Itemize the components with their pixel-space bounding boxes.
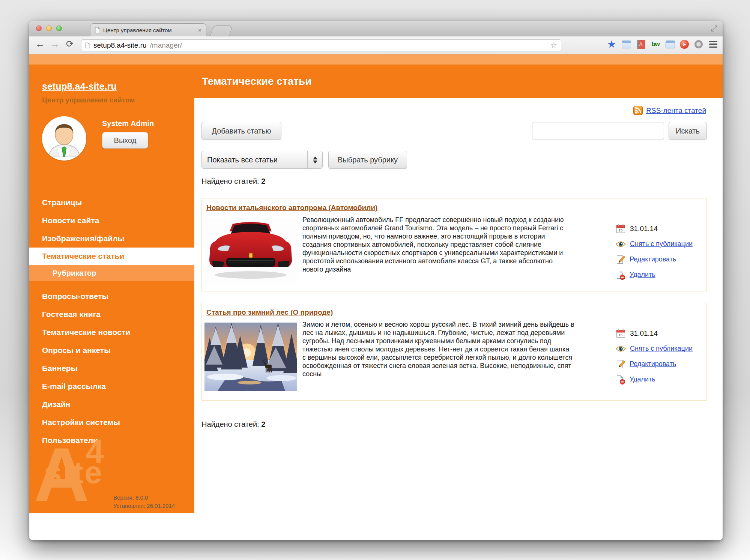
article-card: Новости итальянского автопрома (Автомоби… <box>201 198 707 291</box>
edit-row: Редактировать <box>616 252 706 267</box>
unpublish-link[interactable]: Снять с публикации <box>630 345 693 353</box>
sidebar-item-polls[interactable]: Опросы и анкеты <box>29 341 194 359</box>
edit-pencil-icon <box>616 359 625 369</box>
sidebar-item-images-files[interactable]: Изображения/файлы <box>29 230 194 248</box>
article-date-row: 15 31.01.14 <box>616 221 706 236</box>
sidebar-item-site-news[interactable]: Новости сайта <box>29 212 194 230</box>
article-date: 31.01.14 <box>630 329 658 338</box>
ring-extension-icon[interactable] <box>694 39 703 49</box>
svg-text:15: 15 <box>618 228 622 232</box>
article-card: Статья про зимний лес (О природе) <box>201 303 707 401</box>
main-content: RSS-лента статей Добавить статью Искать … <box>194 98 723 540</box>
tab-close-icon[interactable]: × <box>198 27 201 33</box>
search-button[interactable]: Искать <box>669 122 707 140</box>
rss-row: RSS-лента статей <box>633 106 706 115</box>
found-count-value: 2 <box>261 177 265 185</box>
sidebar-item-questions-answers[interactable]: Вопросы-ответы <box>29 287 194 305</box>
minimize-window-button[interactable] <box>46 26 52 31</box>
sidebar-item-thematic-news[interactable]: Тематические новости <box>29 323 194 341</box>
extension-icons: ★ A bw ➤ <box>607 39 718 49</box>
sidebar-item-banners[interactable]: Баннеры <box>29 359 194 377</box>
sidebar: setup8.a4-site.ru Центр управления сайто… <box>29 65 194 513</box>
back-button[interactable]: ← <box>35 39 45 50</box>
sidebar-item-system-settings[interactable]: Настройки системы <box>29 413 194 431</box>
installed-line: Установлен: 26.01.2014 <box>113 502 175 510</box>
delete-page-icon <box>616 375 625 384</box>
articles-filter-select[interactable]: Показать все статьи <box>201 151 323 169</box>
article-excerpt: Революционный автомобиль FF предлагает с… <box>302 216 574 273</box>
person-icon <box>42 116 86 161</box>
edit-link[interactable]: Редактировать <box>630 255 676 263</box>
sidebar-item-guestbook[interactable]: Гостевая книга <box>29 305 194 323</box>
a4-site-logo: A4 site <box>34 436 105 488</box>
url-host: setup8.a4-site.ru <box>93 41 147 50</box>
choose-rubric-button[interactable]: Выбрать рубрику <box>328 151 407 169</box>
page-icon <box>95 27 100 33</box>
new-tab-button[interactable] <box>210 26 233 36</box>
edit-row: Редактировать <box>616 356 706 372</box>
article-image-winter-forest <box>204 323 297 392</box>
window-controls <box>36 26 62 31</box>
sidebar-item-thematic-articles[interactable]: Тематические статьи <box>29 248 194 265</box>
reload-button[interactable]: ⟳ <box>66 39 74 49</box>
article-date: 31.01.14 <box>630 225 658 233</box>
article-title-link[interactable]: Статья про зимний лес (О природе) <box>206 308 333 317</box>
site-subtitle: Центр управления сайтом <box>42 96 135 104</box>
unpublish-row: Снять с публикации <box>616 236 706 252</box>
red-orb-extension-icon[interactable]: ➤ <box>680 40 689 49</box>
article-actions: 15 31.01.14 Снять с публикации <box>616 221 706 282</box>
article-date-row: 15 31.01.14 <box>616 326 706 341</box>
eye-icon <box>616 345 626 352</box>
browser-tab[interactable]: Центр управления сайтом × <box>90 23 206 36</box>
bookmarks-extension-icon[interactable]: ★ <box>607 39 616 49</box>
rss-icon[interactable] <box>633 106 643 115</box>
calendar-icon: 15 <box>616 328 626 338</box>
search-input[interactable] <box>532 122 664 140</box>
eye-icon <box>616 241 626 248</box>
forward-button[interactable]: → <box>50 39 60 50</box>
browser-window: Центр управления сайтом × ⤢ ← → ⟳ setup8… <box>29 21 723 540</box>
page-title: Тематические статьи <box>202 75 311 87</box>
article-actions: 15 31.01.14 Снять с публикации <box>616 326 706 387</box>
cms-page: setup8.a4-site.ru Центр управления сайто… <box>29 54 723 540</box>
svg-text:15: 15 <box>618 333 622 337</box>
unpublish-row: Снять с публикации <box>616 341 706 356</box>
sidebar-item-design[interactable]: Дизайн <box>29 395 194 413</box>
site-title-link[interactable]: setup8.a4-site.ru <box>42 81 117 92</box>
edit-pencil-icon <box>616 255 625 264</box>
bw-extension-icon[interactable]: bw <box>651 39 660 49</box>
window-extension-icon[interactable] <box>621 39 631 49</box>
delete-link[interactable]: Удалить <box>630 271 655 279</box>
top-orange-strip <box>29 54 723 65</box>
fullscreen-arrows-icon[interactable]: ⤢ <box>711 24 717 33</box>
sidebar-item-pages[interactable]: Страницы <box>29 194 194 212</box>
calendar-icon: 15 <box>616 224 626 234</box>
delete-page-icon <box>616 270 625 280</box>
user-avatar <box>42 116 86 161</box>
url-path: /manager/ <box>150 41 182 50</box>
logout-button[interactable]: Выход <box>102 132 148 149</box>
unpublish-link[interactable]: Снять с публикации <box>630 240 693 248</box>
article-excerpt: Зимою и летом, осенью и весною хорош рус… <box>302 320 574 378</box>
rss-feed-link[interactable]: RSS-лента статей <box>646 107 706 115</box>
sidebar-item-rubricator[interactable]: Рубрикатор <box>29 265 194 281</box>
add-article-button[interactable]: Добавить статью <box>201 122 281 140</box>
article-title-link[interactable]: Новости итальянского автопрома (Автомоби… <box>206 204 377 212</box>
bookmark-star-icon[interactable]: ☆ <box>550 41 557 50</box>
address-bar[interactable]: setup8.a4-site.ru/manager/ ☆ <box>81 39 561 51</box>
article-image-ferrari <box>204 218 297 285</box>
edit-link[interactable]: Редактировать <box>630 360 676 368</box>
delete-row: Удалить <box>616 372 706 387</box>
version-line: Версия: 8.0.0 <box>113 494 175 502</box>
delete-link[interactable]: Удалить <box>630 375 655 383</box>
chrome-menu-icon[interactable] <box>708 39 718 49</box>
found-count-top: Найдено статей: 2 <box>201 177 265 186</box>
page-icon <box>85 42 90 48</box>
zoom-window-button[interactable] <box>56 26 62 31</box>
browser-window-extension-icon[interactable] <box>665 39 675 49</box>
close-window-button[interactable] <box>36 26 42 31</box>
sidebar-item-email[interactable]: E-mail рассылка <box>29 377 194 395</box>
dictionary-extension-icon[interactable]: A <box>636 39 646 49</box>
tab-title: Центр управления сайтом <box>103 27 172 33</box>
found-count-bottom: Найдено статей: 2 <box>201 420 265 429</box>
